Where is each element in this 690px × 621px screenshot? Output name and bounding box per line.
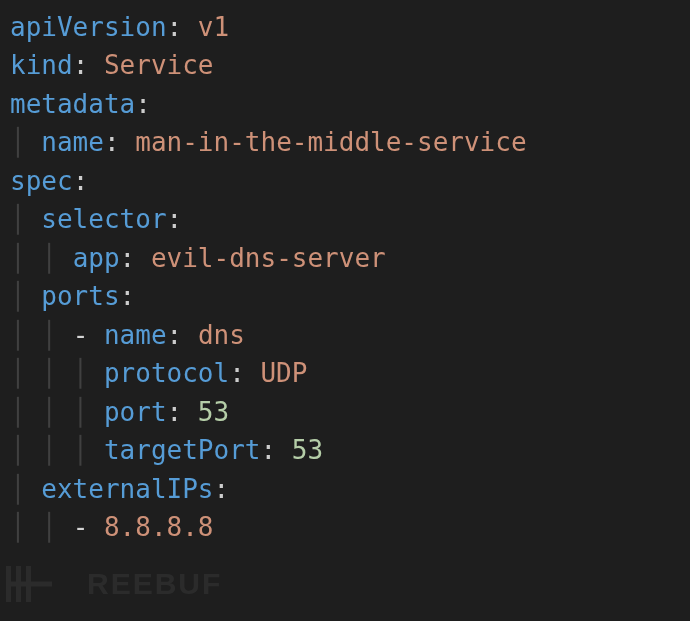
yaml-key-port-name: name bbox=[104, 320, 167, 350]
yaml-key-externalips: externalIPs bbox=[41, 474, 213, 504]
yaml-key-ports: ports bbox=[41, 281, 119, 311]
yaml-key-kind: kind bbox=[10, 50, 73, 80]
yaml-key-port-port: port bbox=[104, 397, 167, 427]
yaml-key-metadata: metadata bbox=[10, 89, 135, 119]
yaml-key-port-targetport: targetPort bbox=[104, 435, 261, 465]
yaml-key-metadata-name: name bbox=[41, 127, 104, 157]
yaml-value-selector-app: evil-dns-server bbox=[151, 243, 386, 273]
yaml-value-port-targetport: 53 bbox=[292, 435, 323, 465]
watermark: REEBUF bbox=[6, 563, 222, 605]
yaml-value-port-protocol: UDP bbox=[260, 358, 307, 388]
yaml-value-metadata-name: man-in-the-middle-service bbox=[135, 127, 526, 157]
list-dash: - bbox=[73, 512, 89, 542]
yaml-value-apiversion: v1 bbox=[198, 12, 229, 42]
yaml-key-spec: spec bbox=[10, 166, 73, 196]
yaml-value-kind: Service bbox=[104, 50, 214, 80]
yaml-value-port-name: dns bbox=[198, 320, 245, 350]
yaml-key-port-protocol: protocol bbox=[104, 358, 229, 388]
yaml-code-block: apiVersion: v1 kind: Service metadata: │… bbox=[0, 0, 690, 557]
list-dash: - bbox=[73, 320, 89, 350]
yaml-key-apiversion: apiVersion bbox=[10, 12, 167, 42]
yaml-key-selector-app: app bbox=[73, 243, 120, 273]
watermark-bars bbox=[6, 566, 31, 602]
watermark-text: REEBUF bbox=[87, 567, 222, 601]
yaml-value-port-port: 53 bbox=[198, 397, 229, 427]
yaml-value-externalip: 8.8.8.8 bbox=[104, 512, 214, 542]
yaml-key-selector: selector bbox=[41, 204, 166, 234]
